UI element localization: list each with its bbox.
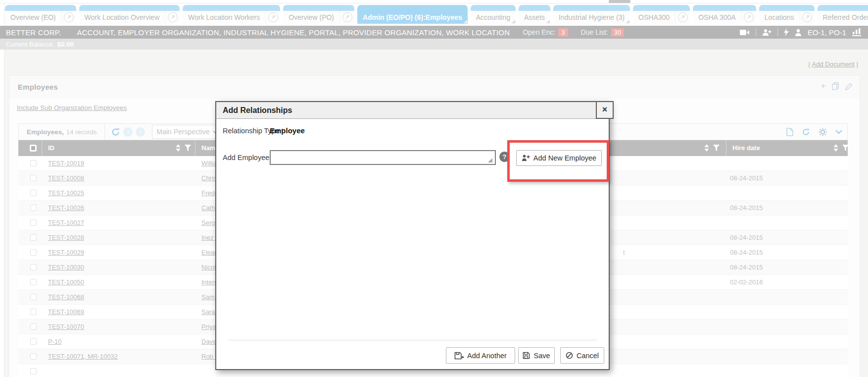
pencil-icon[interactable] [845, 83, 853, 90]
sort-icon[interactable] [176, 144, 181, 152]
perspective-value: Main Perspective [156, 128, 213, 136]
row-id-link[interactable]: TEST-10069 [48, 308, 84, 316]
close-icon[interactable]: × [596, 101, 614, 119]
prev-page-icon[interactable]: ‹ [123, 127, 133, 137]
due-list-badge[interactable]: 30 [611, 28, 624, 37]
new-document-icon[interactable] [786, 128, 793, 136]
help-icon[interactable]: ? [499, 152, 510, 162]
chart-icon[interactable] [852, 28, 861, 36]
row-id-link[interactable]: TEST-10050 [48, 278, 84, 286]
row-id-link[interactable]: TEST-10030 [48, 264, 84, 271]
filter-icon[interactable] [713, 145, 720, 151]
open-enc-badge[interactable]: 3 [558, 28, 568, 37]
icon-divider [756, 28, 756, 36]
tab-label: Overview (EO) [5, 13, 61, 21]
person-icon[interactable] [795, 29, 802, 36]
gear-icon[interactable] [819, 128, 827, 136]
row-id-link[interactable]: TEST-10070 [48, 323, 84, 330]
copy-icon[interactable] [832, 82, 839, 90]
collapse-chevron-icon[interactable] [835, 130, 842, 134]
row-checkbox[interactable] [30, 234, 37, 241]
tab-work-location-overview[interactable]: Work Location Overview↗ [79, 5, 180, 24]
row-checkbox[interactable] [30, 338, 37, 345]
filter-icon[interactable] [185, 145, 191, 151]
tab-work-location-workers[interactable]: Work Location Workers↗ [183, 5, 280, 24]
row-checkbox[interactable] [30, 309, 37, 315]
sort-icon[interactable] [704, 144, 709, 152]
row-id-link[interactable]: TEST-10027 [48, 219, 84, 226]
tab-accounting[interactable]: Accounting [471, 5, 516, 24]
add-document-wrap: |Add Document| [808, 60, 858, 68]
popout-icon[interactable]: ↗ [339, 11, 354, 24]
popout-icon[interactable]: ↗ [741, 11, 756, 24]
popout-icon[interactable]: ↗ [675, 11, 690, 24]
row-checkbox[interactable] [30, 160, 37, 166]
employee-search-input[interactable] [270, 150, 496, 165]
filter-icon[interactable] [842, 145, 849, 151]
select-all-checkbox[interactable] [30, 145, 37, 152]
tab-label: Assets [519, 13, 550, 21]
row-id-link[interactable]: TEST-10068 [48, 293, 84, 301]
row-hire-date: 08-24-2015 [730, 249, 763, 256]
row-checkbox[interactable] [30, 323, 37, 330]
reload-icon[interactable] [802, 128, 810, 136]
add-icon[interactable]: + [820, 82, 826, 91]
tab-overview-eo[interactable]: Overview (EO)↗ [5, 5, 76, 24]
icon-divider [777, 28, 778, 36]
add-person-icon[interactable] [762, 29, 772, 36]
tab-osha300[interactable]: OSHA300↗ [633, 5, 690, 24]
row-id-link[interactable]: P-10 [48, 338, 61, 345]
refresh-icon[interactable] [111, 127, 120, 137]
row-id-link[interactable]: TEST-10028 [48, 234, 84, 241]
row-checkbox[interactable] [30, 353, 37, 360]
tab-referred-orders[interactable]: Referred Orders↗ [818, 5, 868, 24]
row-id-link[interactable]: TEST-10071, MR-10032 [48, 353, 118, 360]
row-checkbox[interactable] [30, 190, 37, 196]
row-checkbox[interactable] [30, 264, 37, 270]
add-document-link[interactable]: Add Document [812, 60, 855, 68]
add-another-button[interactable]: Add Another [446, 347, 515, 364]
row-checkbox[interactable] [30, 368, 37, 375]
add-new-employee-button[interactable]: Add New Employee [516, 150, 602, 166]
tab-label: Locations [759, 13, 800, 21]
sort-icon[interactable] [833, 144, 838, 152]
row-checkbox[interactable] [30, 294, 37, 300]
row-id-link[interactable]: TEST-10019 [48, 160, 84, 167]
row-checkbox[interactable] [30, 249, 37, 256]
top-divider [0, 3, 868, 3]
row-id-link[interactable]: TEST-10029 [48, 249, 84, 256]
browser-fragment [609, 0, 630, 3]
cancel-button[interactable]: Cancel [560, 347, 604, 364]
tab-overview-po[interactable]: Overview (PO)↗ [283, 5, 354, 24]
lightning-icon[interactable] [784, 28, 789, 36]
save-button[interactable]: Save [518, 347, 555, 364]
row-checkbox[interactable] [30, 279, 37, 285]
pipe-left: | [808, 60, 810, 68]
row-checkbox[interactable] [30, 175, 37, 181]
tab-admin-eo-po-6-employees[interactable]: Admin (EO/PO) (6):Employees [357, 5, 468, 24]
popout-icon[interactable]: ↗ [165, 11, 180, 24]
record-count: Employees, 14 records [19, 124, 105, 140]
row-id-link[interactable]: TEST-10026 [48, 204, 84, 212]
col-header-id[interactable]: ID [48, 144, 54, 152]
popout-icon[interactable]: ↗ [800, 11, 815, 24]
next-page-icon[interactable]: › [136, 127, 145, 137]
tab-osha-300a[interactable]: OSHA 300A↗ [693, 5, 756, 24]
video-camera-icon[interactable] [740, 29, 750, 36]
tab-locations[interactable]: Locations↗ [759, 5, 815, 24]
row-id-link[interactable]: TEST-10008 [48, 174, 84, 182]
row-checkbox[interactable] [30, 219, 37, 226]
include-sub-org-link[interactable]: Include Sub Organization Employees [17, 104, 127, 111]
col-header-hire-date[interactable]: Hire date [732, 144, 760, 152]
row-id-link[interactable]: TEST-10025 [48, 189, 84, 197]
tab-assets[interactable]: Assets [519, 5, 550, 24]
tab-label: OSHA 300A [693, 13, 741, 21]
balance-value: $0.00 [57, 41, 74, 48]
cancel-icon [566, 352, 573, 359]
add-person-icon [522, 155, 530, 162]
tab-industrial-hygiene-3[interactable]: Industrial Hygiene (3) [553, 5, 630, 24]
popout-icon[interactable]: ↗ [61, 11, 76, 24]
popout-icon[interactable]: ↗ [265, 11, 280, 24]
row-checkbox[interactable] [30, 205, 37, 211]
perspective-select[interactable]: Main Perspective [152, 125, 223, 139]
